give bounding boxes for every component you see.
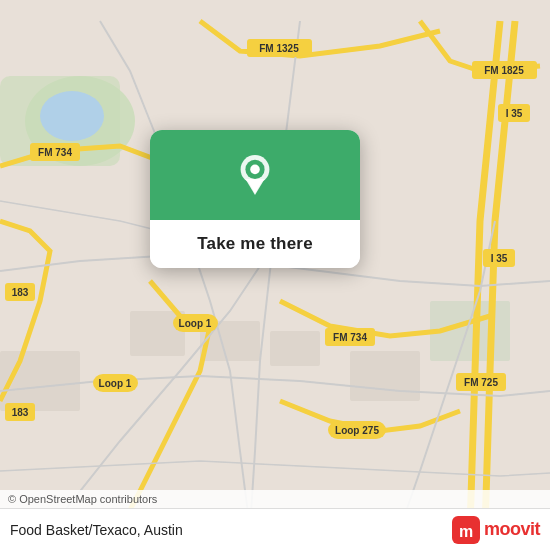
svg-text:FM 1325: FM 1325 [259, 43, 299, 54]
popup-card: Take me there [150, 130, 360, 268]
svg-point-3 [40, 91, 104, 141]
map-attribution: © OpenStreetMap contributors [0, 490, 550, 508]
svg-text:I 35: I 35 [506, 108, 523, 119]
svg-text:Loop 1: Loop 1 [179, 318, 212, 329]
moovit-text: moovit [484, 519, 540, 540]
svg-text:183: 183 [12, 407, 29, 418]
place-name: Food Basket/Texaco, Austin [10, 522, 452, 538]
location-pin-icon [235, 155, 275, 195]
svg-text:183: 183 [12, 287, 29, 298]
take-me-there-button[interactable]: Take me there [150, 220, 360, 268]
map-container: FM 1325 FM 1825 FM 734 FM 73 I 35 I 35 L… [0, 0, 550, 550]
svg-text:Loop 275: Loop 275 [335, 425, 379, 436]
svg-marker-42 [247, 180, 263, 194]
svg-rect-7 [350, 351, 420, 401]
bottom-info-bar: Food Basket/Texaco, Austin m moovit [0, 508, 550, 550]
svg-text:FM 725: FM 725 [464, 377, 498, 388]
svg-rect-5 [270, 331, 320, 366]
svg-text:FM 734: FM 734 [38, 147, 72, 158]
svg-text:m: m [459, 523, 473, 540]
moovit-logo: m moovit [452, 516, 540, 544]
moovit-icon: m [452, 516, 480, 544]
popup-green-header [150, 130, 360, 220]
svg-point-40 [250, 165, 260, 175]
svg-text:Loop 1: Loop 1 [99, 378, 132, 389]
svg-text:FM 1825: FM 1825 [484, 65, 524, 76]
map-background: FM 1325 FM 1825 FM 734 FM 73 I 35 I 35 L… [0, 0, 550, 550]
svg-text:I 35: I 35 [491, 253, 508, 264]
attribution-text: © OpenStreetMap contributors [8, 493, 157, 505]
svg-text:FM 734: FM 734 [333, 332, 367, 343]
